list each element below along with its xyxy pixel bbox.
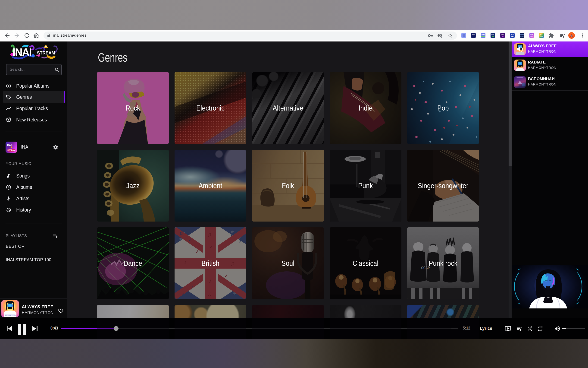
svg-text:INAI: INAI [12,46,32,58]
